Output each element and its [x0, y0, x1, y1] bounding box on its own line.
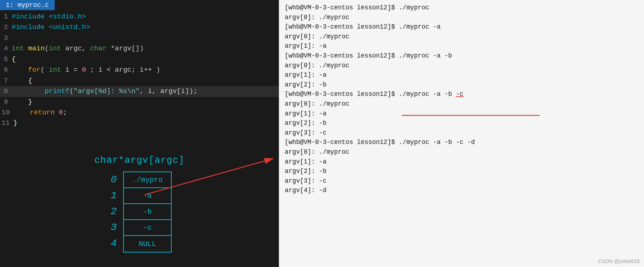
- terminal-line-3: [whb@VM-0-3-centos lesson12]$ ./myproc -…: [285, 22, 638, 32]
- line-num-8: 8: [1, 86, 12, 97]
- line-num-7: 7: [1, 76, 12, 86]
- argv-2: -b: [124, 204, 171, 220]
- code-content-7: {: [12, 76, 32, 86]
- terminal-line-4: argv[0]: ./myproc: [285, 32, 638, 42]
- code-content-5: {: [12, 54, 16, 65]
- code-area: 1 #include <stdio.h> 2 #include <unistd.…: [0, 10, 279, 130]
- terminal-line-2: argv[0]: ./myproc: [285, 13, 638, 22]
- terminal-line-8: argv[1]: -a: [285, 70, 638, 80]
- diagram-table-wrap: 0 1 2 3 4 ./mypro -a -b -c NULL: [107, 171, 172, 253]
- code-content-10: return 0;: [13, 107, 67, 118]
- code-line-1: 1 #include <stdio.h>: [0, 12, 279, 22]
- code-line-5: 5 {: [0, 54, 279, 65]
- terminal-line-11: argv[0]: ./myproc: [285, 99, 638, 109]
- terminal-line-12: argv[1]: -a: [285, 109, 638, 119]
- terminal-line-20: argv[4]: -d: [285, 186, 638, 195]
- diagram-title: char*argv[argc]: [94, 155, 184, 166]
- terminal-line-15: [whb@VM-0-3-centos lesson12]$ ./myproc -…: [285, 137, 638, 147]
- index-column: 0 1 2 3 4: [107, 171, 120, 251]
- line-num-5: 5: [1, 54, 12, 65]
- line-num-2: 2: [1, 22, 12, 33]
- left-panel: 1: myproc.c 1 #include <stdio.h> 2 #incl…: [0, 0, 279, 267]
- code-content-8: printf("argv[%d]: %s\n", i, argv[i]);: [12, 86, 197, 97]
- argv-table: ./mypro -a -b -c NULL: [123, 171, 172, 253]
- code-content-2: #include <unistd.h>: [12, 22, 90, 33]
- diagram-area: char*argv[argc] 0 1 2 3 4 ./mypro -a -b …: [0, 151, 279, 267]
- terminal-line-1: [whb@VM-0-3-centos lesson12]$ ./myproc: [285, 3, 638, 13]
- code-editor: 1: myproc.c 1 #include <stdio.h> 2 #incl…: [0, 0, 279, 130]
- index-4: 4: [107, 235, 120, 251]
- terminal-line-10: [whb@VM-0-3-centos lesson12]$ ./myproc -…: [285, 89, 638, 99]
- code-line-4: 4 int main(int argc, char *argv[]): [0, 43, 279, 54]
- line-num-3: 3: [1, 33, 12, 43]
- right-panel: [whb@VM-0-3-centos lesson12]$ ./myproc a…: [279, 0, 644, 267]
- terminal-line-9: argv[2]: -b: [285, 80, 638, 90]
- code-line-9: 9 }: [0, 97, 279, 107]
- terminal-line-16: argv[0]: ./myproc: [285, 147, 638, 157]
- code-content-4: int main(int argc, char *argv[]): [12, 43, 144, 54]
- argv-3: -c: [124, 220, 171, 236]
- code-content-3: [12, 33, 16, 43]
- file-tab: 1: myproc.c: [0, 0, 55, 10]
- index-1: 1: [107, 187, 120, 203]
- code-content-1: #include <stdio.h>: [12, 12, 86, 22]
- code-content-6: for( int i = 0 ; i < argc; i++ ): [12, 65, 160, 75]
- terminal-line-14: argv[3]: -c: [285, 128, 638, 138]
- terminal-line-6: [whb@VM-0-3-centos lesson12]$ ./myproc -…: [285, 51, 638, 61]
- line-num-1: 1: [1, 12, 12, 22]
- code-line-3: 3: [0, 33, 279, 43]
- terminal-line-19: argv[3]: -c: [285, 176, 638, 186]
- line-num-10: 10: [1, 107, 13, 118]
- line-num-9: 9: [1, 97, 12, 107]
- line-num-4: 4: [1, 43, 12, 54]
- index-3: 3: [107, 219, 120, 235]
- csdn-badge: CSDN @yolo0616: [598, 258, 640, 264]
- terminal-line-7: argv[0]: ./myproc: [285, 61, 638, 71]
- code-line-6: 6 for( int i = 0 ; i < argc; i++ ): [0, 65, 279, 75]
- code-line-7: 7 {: [0, 76, 279, 86]
- line-num-11: 11: [1, 118, 13, 128]
- code-line-8: 8 printf("argv[%d]: %s\n", i, argv[i]);: [0, 86, 279, 97]
- terminal-line-5: argv[1]: -a: [285, 41, 638, 51]
- index-2: 2: [107, 203, 120, 219]
- argv-4: NULL: [124, 236, 171, 252]
- argv-0: ./mypro: [124, 172, 171, 188]
- terminal-line-18: argv[2]: -b: [285, 166, 638, 176]
- terminal-line-13: argv[2]: -b: [285, 118, 638, 128]
- code-content-9: }: [12, 97, 32, 107]
- code-line-11: 11 }: [0, 118, 279, 128]
- code-line-10: 10 return 0;: [0, 107, 279, 118]
- terminal-line-17: argv[1]: -a: [285, 157, 638, 167]
- index-0: 0: [107, 171, 120, 187]
- code-content-11: }: [13, 118, 17, 128]
- argv-1: -a: [124, 188, 171, 204]
- code-line-2: 2 #include <unistd.h>: [0, 22, 279, 33]
- line-num-6: 6: [1, 65, 12, 75]
